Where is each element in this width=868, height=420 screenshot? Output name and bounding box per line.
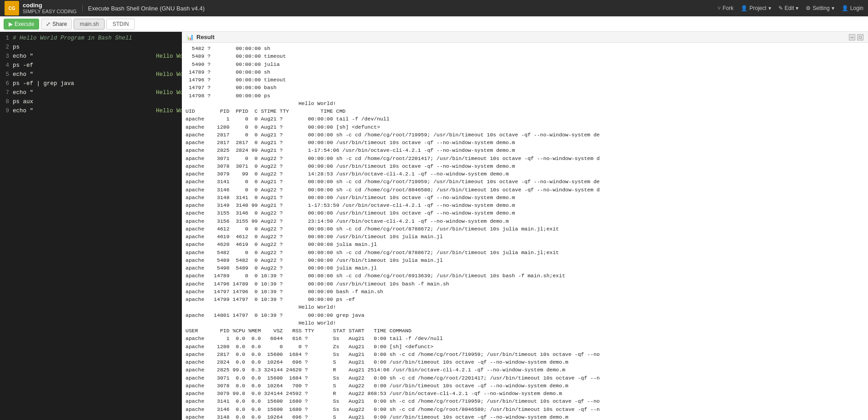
project-chevron-icon: ▾	[768, 5, 771, 11]
tab-main-sh[interactable]: main.sh	[74, 19, 105, 30]
project-icon: 👤	[741, 5, 748, 11]
code-line-3: 3 echo " Hello World!"	[0, 52, 182, 61]
code-line-4: 4 ps -ef	[0, 61, 182, 70]
tab-stdin[interactable]: STDIN	[106, 19, 135, 30]
execute-button[interactable]: ▶ Execute	[4, 19, 39, 30]
result-minimize-button[interactable]: ─	[849, 34, 855, 40]
share-button[interactable]: ⤢ Share	[41, 19, 72, 30]
page-title: Execute Bash Shell Online (GNU Bash v4.4…	[82, 5, 205, 12]
toolbar: ▶ Execute ⤢ Share main.sh STDIN	[0, 16, 868, 32]
result-header: 📊 Result ─ □	[182, 32, 868, 43]
navbar-left: CG coding SIMPLY EASY CODING Execute Bas…	[5, 1, 205, 15]
user-icon: 👤	[842, 5, 848, 11]
gear-icon: ⚙	[806, 5, 811, 11]
code-line-9: 9 echo " Hello World!"	[0, 106, 182, 115]
share-icon: ⤢	[46, 21, 50, 27]
code-line-5: 5 echo " Hello World!"	[0, 70, 182, 79]
chart-icon: 📊	[186, 34, 194, 40]
navbar: CG coding SIMPLY EASY CODING Execute Bas…	[0, 0, 868, 16]
navbar-right: ⑂ Fork 👤 Project ▾ ✎ Edit ▾ ⚙ Setting ▾ …	[717, 5, 863, 11]
logo-icon: CG	[5, 1, 19, 15]
login-link[interactable]: 👤 Login	[842, 5, 863, 11]
main-content: 1 # Hello World Program in Bash Shell 2 …	[0, 32, 868, 420]
edit-link[interactable]: ✎ Edit ▾	[778, 5, 799, 11]
editor-pane[interactable]: 1 # Hello World Program in Bash Shell 2 …	[0, 32, 182, 420]
code-line-6: 6 ps -ef | grep java	[0, 79, 182, 88]
result-expand-button[interactable]: □	[857, 34, 863, 40]
result-output[interactable]: 5482 ? 00:00:00 sh 5489 ? 00:00:00 timeo…	[182, 43, 868, 420]
result-controls: ─ □	[849, 34, 863, 40]
code-line-8: 8 ps aux	[0, 97, 182, 106]
code-line-7: 7 echo " Hello World!"	[0, 88, 182, 97]
edit-chevron-icon: ▾	[796, 5, 798, 11]
edit-icon: ✎	[778, 5, 783, 11]
project-link[interactable]: 👤 Project ▾	[741, 5, 771, 11]
setting-link[interactable]: ⚙ Setting ▾	[806, 5, 834, 11]
setting-chevron-icon: ▾	[832, 5, 834, 11]
logo-area: CG coding SIMPLY EASY CODING	[5, 1, 77, 15]
play-icon: ▶	[9, 21, 13, 27]
result-pane: 📊 Result ─ □ 5482 ? 00:00:00 sh 5489 ? 0…	[182, 32, 868, 420]
code-line-1: 1 # Hello World Program in Bash Shell	[0, 34, 182, 43]
fork-link[interactable]: ⑂ Fork	[717, 5, 733, 11]
code-line-2: 2 ps	[0, 43, 182, 52]
logo-text: coding SIMPLY EASY CODING	[23, 2, 77, 15]
result-header-left: 📊 Result	[186, 34, 215, 40]
result-title: Result	[196, 34, 215, 40]
fork-icon: ⑂	[717, 5, 721, 11]
